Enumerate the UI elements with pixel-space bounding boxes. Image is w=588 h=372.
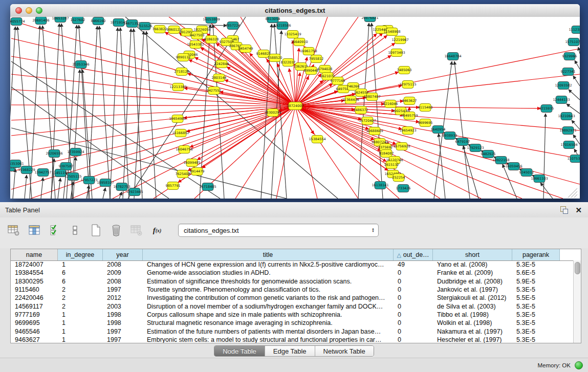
graph-node[interactable]: 16138141 — [372, 182, 388, 189]
graph-node[interactable]: 8990448 — [304, 67, 319, 75]
graph-node[interactable]: 9890112 — [176, 54, 191, 61]
graph-node[interactable]: 9227341 — [561, 68, 576, 76]
table-row[interactable]: 977716911998Corpus callosum shape and si… — [11, 311, 574, 319]
graph-node[interactable]: 11123845 — [569, 26, 580, 34]
graph-node[interactable]: 9245012 — [519, 169, 534, 177]
graph-node[interactable]: 8466160 — [91, 17, 106, 25]
graph-node[interactable]: 9427503 — [190, 32, 205, 39]
graph-node[interactable]: 11568229 — [18, 166, 35, 174]
graph-node[interactable]: 18724007 — [287, 102, 303, 110]
graph-node[interactable]: 16648784 — [444, 53, 461, 60]
graph-node[interactable]: 9857791 — [166, 182, 181, 190]
graph-node[interactable]: 17016504 — [560, 141, 577, 149]
graph-node[interactable]: 10653287 — [52, 17, 69, 23]
graph-node[interactable]: 7485063 — [397, 67, 412, 74]
graph-node[interactable]: 2803144 — [212, 74, 227, 82]
delete-table-icon[interactable] — [110, 224, 123, 237]
graph-node[interactable]: 9115460 — [418, 104, 433, 112]
graph-node[interactable]: 20691406 — [32, 17, 49, 25]
float-panel-icon[interactable] — [560, 206, 568, 214]
graph-node[interactable]: 11075338 — [567, 155, 580, 163]
import-table-icon[interactable] — [130, 224, 143, 237]
graph-node[interactable]: 10973493 — [388, 49, 405, 57]
graph-node[interactable]: 6216046 — [383, 100, 398, 108]
table-row[interactable]: 1872400712008Changes of HCN gene express… — [11, 260, 574, 269]
close-panel-icon[interactable]: ✕ — [575, 206, 582, 214]
graph-node[interactable]: 12975115 — [399, 81, 416, 89]
table-row[interactable]: 2242004622012Investigating the contribut… — [11, 294, 574, 302]
graph-node[interactable]: 9215935 — [539, 105, 554, 113]
column-header-short[interactable]: short — [433, 249, 512, 260]
graph-node[interactable]: 9463627 — [402, 97, 417, 105]
graph-node[interactable]: 12093582 — [555, 82, 572, 90]
graph-node[interactable]: 19654982 — [169, 115, 186, 123]
graph-node[interactable]: 15718485 — [199, 183, 216, 191]
table-row[interactable]: 1456911722003Disruption of a novel membe… — [11, 302, 574, 310]
graph-node[interactable]: 12219967 — [391, 36, 408, 44]
table-row[interactable]: 911546021997Tourette syndrome. Phenomeno… — [11, 286, 574, 294]
graph-node[interactable]: 9699695 — [418, 119, 433, 127]
graph-node[interactable]: 9482925 — [481, 150, 496, 158]
graph-node[interactable]: 13942757 — [34, 169, 51, 177]
zoom-window-button[interactable] — [36, 7, 42, 14]
function-builder-icon[interactable]: f(x) — [150, 224, 164, 237]
graph-node[interactable]: 6479197 — [455, 138, 470, 146]
minimize-window-button[interactable] — [26, 7, 32, 14]
column-header-year[interactable]: year — [103, 249, 143, 260]
graph-node[interactable]: 20876821 — [361, 17, 378, 22]
graph-node[interactable]: 16961758 — [300, 48, 317, 55]
graph-node[interactable]: 15166852 — [172, 129, 189, 137]
graph-node[interactable]: 2718126 — [175, 68, 189, 76]
graph-node[interactable]: 9777169 — [331, 77, 345, 85]
graph-node[interactable]: 21364436 — [342, 96, 359, 104]
table-row[interactable]: 946554611997Estimation of the future num… — [11, 327, 574, 335]
select-rows-icon[interactable] — [48, 224, 61, 237]
graph-node[interactable]: 16053809 — [203, 17, 220, 24]
graph-node[interactable]: 7486372 — [354, 106, 368, 114]
table-row[interactable]: 969969511998Structural magnetic resonanc… — [11, 319, 574, 327]
network-canvas[interactable]: 2405572420691406106532871527602846616010… — [10, 17, 580, 199]
graph-node[interactable]: 6794028 — [318, 65, 333, 73]
close-window-button[interactable] — [15, 7, 22, 14]
table-row[interactable]: 946362711997Embryonic stem cells: a mode… — [11, 336, 574, 343]
graph-node[interactable]: 7857224 — [226, 22, 241, 30]
show-columns-icon[interactable] — [28, 224, 41, 237]
graph-node[interactable]: 1527602 — [71, 17, 85, 24]
tab-node-table[interactable]: Node Table — [214, 346, 265, 356]
graph-node[interactable]: 8454749 — [238, 45, 253, 53]
tab-edge-table[interactable]: Edge Table — [265, 346, 315, 356]
table-settings-icon[interactable] — [7, 224, 20, 237]
graph-node[interactable]: 13325419 — [284, 31, 301, 38]
graph-node[interactable]: 16099485 — [183, 159, 200, 167]
graph-node[interactable]: 8914479 — [190, 168, 205, 176]
graph-node[interactable]: 9329966 — [562, 53, 577, 60]
graph-node[interactable]: 7515526 — [138, 23, 153, 30]
graph-node[interactable]: 1733426 — [396, 185, 411, 192]
column-header-out_de[interactable]: △out_de… — [394, 249, 433, 260]
graph-node[interactable]: 3427552 — [207, 87, 222, 95]
graph-node[interactable]: 18210643 — [558, 113, 575, 120]
memory-status-indicator[interactable] — [575, 361, 583, 369]
column-header-pagerank[interactable]: pagerank — [512, 249, 560, 260]
graph-node[interactable]: 12444133 — [553, 96, 570, 104]
graph-node[interactable]: 252254 — [393, 174, 405, 182]
graph-node[interactable]: 20206556 — [46, 150, 62, 158]
network-window-titlebar[interactable]: citations_edges.txt — [10, 4, 580, 17]
table-vertical-scrollbar[interactable] — [573, 260, 581, 343]
table-selector-dropdown[interactable]: citations_edges.txt ▲▼ — [178, 224, 379, 237]
graph-node[interactable]: 7625402 — [176, 170, 190, 178]
graph-node[interactable]: 8186328 — [204, 36, 219, 43]
graph-node[interactable]: 2242844 — [214, 60, 229, 68]
column-header-title[interactable]: title — [143, 249, 394, 260]
graph-node[interactable]: 16640910 — [291, 38, 308, 46]
graph-node[interactable]: 15751074 — [565, 38, 580, 46]
graph-node[interactable]: 1615132 — [384, 161, 399, 169]
column-header-name[interactable]: name — [11, 249, 58, 260]
graph-node[interactable]: 8938933 — [443, 132, 458, 140]
graph-node[interactable]: 19892971 — [559, 127, 576, 135]
new-table-icon[interactable] — [89, 224, 102, 237]
table-row[interactable]: 1938455462009Genome-wide association stu… — [11, 269, 574, 277]
row-options-icon[interactable] — [69, 224, 82, 237]
table-row[interactable]: 1830029562008Estimation of significance … — [11, 277, 574, 286]
tab-network-table[interactable]: Network Table — [315, 346, 374, 356]
